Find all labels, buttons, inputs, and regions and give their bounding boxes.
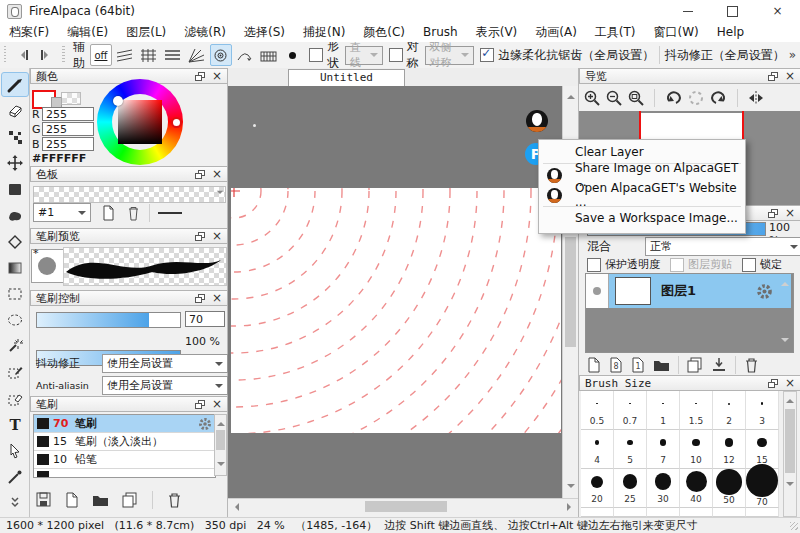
protect-alpha-checkbox[interactable] (587, 258, 601, 272)
concentric-circle-snap-button[interactable] (210, 44, 232, 66)
menu-item-open-alpacaget[interactable]: Open AlpacaGET's Website ... (539, 185, 745, 205)
layer-folder-icon[interactable] (653, 358, 670, 372)
dot-button[interactable] (282, 44, 304, 66)
brush-list-item[interactable]: 70 笔刷 (34, 415, 215, 433)
brush-list-item-partial[interactable] (34, 469, 215, 478)
text-tool-icon[interactable]: T (1, 412, 29, 437)
menu-item-clear-layer[interactable]: Clear Layer (539, 142, 745, 162)
toolbar-overflow-button[interactable]: » (789, 48, 796, 62)
zoom-out-icon[interactable] (605, 89, 623, 107)
antialias-checkbox[interactable] (480, 48, 494, 62)
close-panel-icon[interactable]: × (785, 378, 795, 388)
brush-size-cell[interactable]: 12 (713, 430, 746, 469)
float-panel-icon[interactable] (768, 379, 778, 388)
new-1bit-layer-icon[interactable]: 1 (631, 357, 645, 373)
brush-size-cell-partial[interactable] (614, 508, 647, 517)
float-panel-icon[interactable] (195, 232, 205, 241)
snap-off-button[interactable]: off (90, 44, 112, 66)
reset-rotation-icon[interactable] (687, 89, 705, 107)
more-tools-icon[interactable] (1, 491, 29, 516)
brush-size-cell[interactable]: 25 (614, 469, 647, 508)
brush-size-cell[interactable]: 50 (713, 469, 746, 508)
menu-item-save-workspace[interactable]: Save a Workspace Image... (539, 208, 745, 228)
float-panel-icon[interactable] (768, 209, 778, 218)
select-pen-tool-icon[interactable] (1, 360, 29, 385)
fill-lasso-tool-icon[interactable] (1, 203, 29, 228)
new-layer-icon[interactable] (587, 357, 601, 373)
shape-dropdown[interactable]: 直线 (345, 46, 383, 65)
close-panel-icon[interactable]: × (212, 399, 222, 409)
merge-down-icon[interactable] (711, 357, 727, 373)
float-panel-icon[interactable] (195, 400, 205, 409)
vanishing-point-snap-button[interactable] (186, 44, 208, 66)
close-panel-icon[interactable]: × (212, 231, 222, 241)
float-panel-icon[interactable] (195, 294, 205, 303)
r-input[interactable]: 255 (42, 107, 94, 121)
brush-size-cell[interactable]: 1 (647, 391, 680, 430)
brush-size-cell-partial[interactable] (680, 508, 713, 517)
menu-item-4[interactable]: 选择(S) (235, 22, 294, 42)
menu-item-0[interactable]: 档案(F) (0, 22, 58, 42)
symmetry-checkbox[interactable] (389, 48, 403, 62)
symmetry-dropdown[interactable]: 双侧对称 (425, 46, 475, 65)
sv-indicator[interactable] (113, 96, 123, 106)
blend-dropdown[interactable]: 正常 (645, 237, 800, 256)
layer-settings-gear-icon[interactable] (756, 283, 773, 300)
brush-size-cell-partial[interactable] (746, 508, 779, 517)
brush-size-cell[interactable]: 40 (680, 469, 713, 508)
resize-grip[interactable] (790, 522, 798, 530)
menu-item-11[interactable]: 窗口(W) (645, 22, 708, 42)
menu-item-12[interactable]: Help (708, 22, 753, 42)
parallel-snap-button[interactable] (114, 44, 136, 66)
palette-scroll-arrow[interactable] (217, 191, 223, 197)
scroll-right-arrow[interactable] (567, 503, 575, 511)
scroll-up-arrow[interactable] (567, 91, 575, 99)
transparent-color-swatch[interactable] (61, 92, 81, 105)
brush-size-cell[interactable]: 1.5 (680, 391, 713, 430)
new-brush-icon[interactable] (65, 492, 79, 508)
float-panel-icon[interactable] (195, 72, 205, 81)
brush-settings-gear-icon[interactable] (198, 417, 212, 431)
brush-size-cell[interactable]: 7 (647, 430, 680, 469)
brush-size-cell[interactable]: 20 (581, 469, 614, 508)
close-panel-icon[interactable]: × (785, 71, 795, 81)
perspective-grid-snap-button[interactable] (258, 44, 280, 66)
curve-snap-button[interactable] (234, 44, 256, 66)
magic-wand-tool-icon[interactable] (1, 334, 29, 359)
g-input[interactable]: 255 (42, 122, 94, 136)
select-eraser-tool-icon[interactable] (1, 386, 29, 411)
close-panel-icon[interactable]: × (212, 293, 222, 303)
float-panel-icon[interactable] (195, 170, 205, 179)
menu-item-2[interactable]: 图层(L) (117, 22, 175, 42)
brush-size-cell[interactable]: 70 (746, 469, 779, 508)
layer-visibility-cell[interactable] (586, 274, 609, 308)
fill-rect-tool-icon[interactable] (1, 177, 29, 202)
new-8bit-layer-icon[interactable]: 8 (609, 357, 623, 373)
flip-horizontal-icon[interactable] (747, 90, 765, 106)
close-panel-icon[interactable]: × (212, 169, 222, 179)
save-brush-icon[interactable] (36, 492, 52, 508)
layer-row[interactable]: 图层1 (586, 274, 791, 308)
horizontal-snap-button[interactable] (162, 44, 184, 66)
menu-item-3[interactable]: 滤镜(R) (175, 22, 235, 42)
brush-list-item[interactable]: 15 笔刷（淡入淡出） (34, 433, 215, 451)
zoom-fit-icon[interactable] (627, 89, 645, 107)
palette-selector-dropdown[interactable]: #1 (33, 203, 91, 222)
move-tool-icon[interactable] (1, 151, 29, 176)
brush-size-cell-partial[interactable] (713, 508, 746, 517)
sv-square[interactable] (118, 100, 162, 144)
fill-polygon-tool-icon[interactable] (1, 229, 29, 254)
lock-checkbox[interactable] (742, 258, 756, 272)
gradient-tool-icon[interactable] (1, 255, 29, 280)
delete-palette-color-icon[interactable] (126, 205, 141, 221)
menu-item-7[interactable]: Brush (414, 22, 467, 42)
antialias-dropdown[interactable]: 使用全局设置 (102, 376, 228, 395)
shape-checkbox[interactable] (309, 48, 323, 62)
brush-size-cell[interactable]: 0.7 (614, 391, 647, 430)
brush-size-cell-partial[interactable] (581, 508, 614, 517)
select-lasso-tool-icon[interactable] (1, 308, 29, 333)
brush-size-cell[interactable]: 0.5 (581, 391, 614, 430)
delete-brush-icon[interactable] (167, 492, 182, 508)
menu-item-10[interactable]: 工具(T) (586, 22, 645, 42)
duplicate-layer-icon[interactable] (687, 357, 703, 373)
